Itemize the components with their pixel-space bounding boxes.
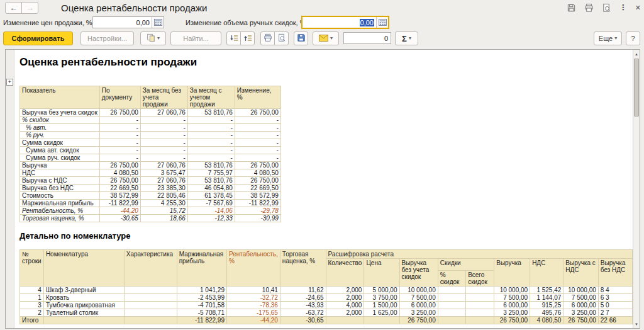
value-cell[interactable]: - — [235, 139, 280, 147]
scrollbar-thumb[interactable] — [634, 59, 639, 117]
value-cell[interactable]: 3 675,47 — [140, 169, 187, 177]
value-cell[interactable]: - — [140, 117, 187, 124]
value-cell[interactable]: - — [187, 132, 235, 139]
value-cell[interactable]: 22 805,46 — [140, 192, 187, 200]
value-cell[interactable]: -7 567,69 — [187, 200, 235, 207]
value-cell[interactable]: 18,66 — [140, 215, 187, 222]
value-cell[interactable]: 4 080,50 — [99, 169, 140, 177]
value-cell[interactable]: -29,78 — [235, 207, 280, 215]
total-cell[interactable]: 26 750,00 — [399, 317, 438, 324]
expand-groups-button[interactable] — [240, 31, 255, 45]
value-cell[interactable]: - — [187, 124, 235, 132]
calculator-button[interactable] — [376, 17, 388, 28]
value-cell[interactable]: 5 000,00 — [364, 287, 399, 294]
value-cell[interactable]: 23 385,30 — [140, 185, 187, 192]
value-cell[interactable] — [438, 309, 465, 317]
print-preview-button[interactable] — [274, 31, 289, 45]
value-cell[interactable] — [124, 294, 177, 302]
value-cell[interactable]: -175,65 — [226, 309, 280, 317]
total-cell[interactable] — [43, 317, 124, 324]
value-cell[interactable] — [438, 287, 465, 294]
print-preview-icon[interactable] — [602, 3, 611, 13]
value-cell[interactable]: 26 750,00 — [235, 162, 280, 169]
settings-button[interactable]: Настройки... — [80, 31, 134, 45]
value-cell[interactable]: 38 572,99 — [235, 192, 280, 200]
value-cell[interactable]: 1 625,00 — [364, 309, 399, 317]
value-cell[interactable] — [466, 302, 494, 309]
value-cell[interactable]: - — [140, 132, 187, 139]
value-cell[interactable]: - — [235, 154, 280, 162]
row-label-cell[interactable]: НДС — [20, 169, 100, 177]
value-cell[interactable]: 4 — [20, 287, 44, 294]
value-cell[interactable]: 6 000,00 — [564, 302, 598, 309]
row-label-cell[interactable]: Сумма скидок — [20, 139, 100, 147]
value-cell[interactable]: Туалетный столик — [43, 309, 124, 317]
scroll-up-icon[interactable]: ▲ — [633, 50, 640, 58]
value-cell[interactable]: 53 810,76 — [187, 177, 235, 185]
total-cell[interactable]: 26 750,00 — [564, 317, 598, 324]
report-variants-button[interactable]: ▾ — [140, 31, 166, 45]
value-cell[interactable]: 15,72 — [140, 207, 187, 215]
find-button[interactable]: Найти... — [170, 31, 221, 45]
value-cell[interactable]: 1 — [20, 294, 44, 302]
total-cell[interactable] — [326, 317, 364, 324]
value-cell[interactable]: -14,06 — [187, 207, 235, 215]
value-cell[interactable]: 2,000 — [326, 309, 364, 317]
value-cell[interactable]: 10 000,00 — [564, 287, 598, 294]
value-cell[interactable]: -24,65 — [280, 294, 326, 302]
value-cell[interactable]: -43,93 — [280, 302, 326, 309]
row-label-cell[interactable]: Торговая наценка, % — [20, 215, 100, 222]
value-cell[interactable]: -44,20 — [99, 207, 140, 215]
value-cell[interactable] — [124, 309, 177, 317]
value-cell[interactable]: - — [140, 139, 187, 147]
row-label-cell[interactable]: Выручка без учета скидок — [20, 109, 100, 117]
total-cell[interactable]: -30,65 — [280, 317, 326, 324]
send-mail-button[interactable]: ▾ — [313, 31, 339, 45]
value-cell[interactable]: 38 572,99 — [99, 192, 140, 200]
value-cell[interactable] — [438, 294, 465, 302]
total-cell[interactable]: 26 750,00 — [494, 317, 530, 324]
more-button[interactable]: Еще ▾ — [594, 31, 622, 45]
row-label-cell[interactable]: Сумма руч. скидок — [20, 154, 100, 162]
group-expander-button[interactable]: + — [6, 79, 13, 86]
value-cell[interactable]: - — [187, 147, 235, 154]
value-cell[interactable]: - — [99, 139, 140, 147]
value-cell[interactable]: -63,72 — [280, 309, 326, 317]
value-cell[interactable]: 7 500,00 — [564, 294, 598, 302]
total-cell[interactable]: 4 080,50 — [530, 317, 564, 324]
row-label-cell[interactable]: Выручка без НДС — [20, 185, 100, 192]
row-label-cell[interactable]: Рентабельность, % — [20, 207, 100, 215]
value-cell[interactable]: - — [99, 147, 140, 154]
value-cell[interactable]: 3 750,00 — [364, 294, 399, 302]
value-cell[interactable]: - — [235, 132, 280, 139]
value-cell[interactable]: Шкаф 3-дверный — [43, 287, 124, 294]
value-cell[interactable] — [124, 287, 177, 294]
value-cell[interactable]: 46 054,80 — [187, 185, 235, 192]
autosum-button[interactable]: Σ ▾ — [395, 31, 418, 45]
total-cell[interactable]: Итого — [20, 317, 44, 324]
scroll-down-icon[interactable]: ▼ — [633, 320, 640, 328]
value-cell[interactable]: 6 3 — [598, 294, 632, 302]
value-cell[interactable]: - — [99, 132, 140, 139]
value-cell[interactable]: 495,76 — [530, 309, 564, 317]
value-cell[interactable]: 26 750,00 — [99, 162, 140, 169]
row-label-cell[interactable]: % скидок — [20, 117, 100, 124]
value-cell[interactable]: 4 080,50 — [235, 169, 280, 177]
total-cell[interactable] — [466, 317, 494, 324]
close-icon[interactable]: ✕ — [635, 4, 641, 11]
value-cell[interactable]: 22 669,50 — [235, 185, 280, 192]
value-cell[interactable]: 3 250,00 — [399, 309, 438, 317]
print-icon[interactable] — [584, 3, 594, 13]
value-cell[interactable]: 5 0 — [598, 302, 632, 309]
value-cell[interactable]: Тумбочка прикроватная — [43, 302, 124, 309]
value-cell[interactable]: Кровать — [43, 294, 124, 302]
total-cell[interactable]: -11 822,99 — [177, 317, 226, 324]
value-cell[interactable]: 11,62 — [280, 287, 326, 294]
value-cell[interactable]: 7 500,00 — [494, 294, 530, 302]
value-cell[interactable]: 1 041,29 — [177, 287, 226, 294]
value-cell[interactable]: - — [235, 124, 280, 132]
value-cell[interactable]: - — [187, 154, 235, 162]
row-label-cell[interactable]: Выручка с НДС — [20, 177, 100, 185]
value-cell[interactable]: -78,36 — [226, 302, 280, 309]
value-cell[interactable]: 7 500,00 — [399, 294, 438, 302]
